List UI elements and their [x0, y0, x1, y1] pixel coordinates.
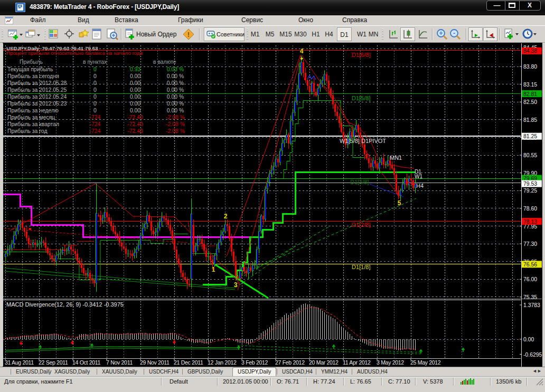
svg-text:-2.08 %: -2.08 %	[166, 128, 185, 134]
svg-text:27 Feb 2012: 27 Feb 2012	[275, 359, 305, 366]
svg-text:-724: -724	[90, 128, 101, 134]
svg-text:29 Nov 2011: 29 Nov 2011	[140, 359, 170, 366]
svg-text:D1[2/8]: D1[2/8]	[352, 222, 370, 228]
svg-text:Прибыль за сегодня: Прибыль за сегодня	[7, 73, 59, 79]
svg-text:83.15: 83.15	[523, 82, 537, 88]
svg-text:14 Oct 2011: 14 Oct 2011	[72, 359, 101, 366]
svg-text:0.00 %: 0.00 %	[167, 80, 184, 86]
svg-text:0.00: 0.00	[130, 87, 140, 93]
svg-text:Процент прибыли относительно б: Процент прибыли относительно баланса на …	[6, 50, 143, 56]
svg-text:79.53: 79.53	[523, 181, 537, 187]
svg-text:0: 0	[93, 94, 97, 100]
svg-text:25 May 2012: 25 May 2012	[410, 359, 441, 366]
svg-text:0.00: 0.00	[130, 73, 140, 79]
svg-text:80.55: 80.55	[523, 152, 537, 158]
svg-text:Прибыль за квартал: Прибыль за квартал	[7, 121, 59, 127]
svg-text:-724: -724	[90, 114, 101, 120]
svg-text:0.93: 0.93	[130, 66, 140, 72]
svg-text:82.81: 82.81	[523, 91, 537, 97]
svg-text:0.00 %: 0.00 %	[167, 101, 184, 107]
svg-text:3 May 2012: 3 May 2012	[377, 359, 404, 366]
svg-text:W1: W1	[415, 174, 422, 179]
svg-text:D1[6/8]: D1[6/8]	[352, 52, 370, 58]
svg-text:83.80: 83.80	[523, 64, 537, 70]
svg-text:20 Mar 2012: 20 Mar 2012	[309, 359, 339, 366]
svg-text:в пунктах: в пунктах	[83, 59, 107, 65]
svg-text:77.30: 77.30	[523, 241, 537, 247]
svg-text:D1[5/8]: D1[5/8]	[352, 95, 370, 101]
svg-text:2: 2	[224, 213, 228, 220]
svg-text:0: 0	[93, 101, 97, 107]
svg-text:MACD Divergence(12, 26, 9) -0.: MACD Divergence(12, 26, 9) -0.3412 -0.39…	[6, 301, 124, 308]
svg-text:Прибыль за месяц: Прибыль за месяц	[7, 114, 55, 120]
svg-text:0: 0	[93, 87, 97, 93]
svg-text:D1[3/8]: D1[3/8]	[350, 179, 369, 185]
svg-text:Текущая прибыль: Текущая прибыль	[7, 66, 53, 72]
svg-text:3 Feb 2012: 3 Feb 2012	[241, 359, 268, 366]
svg-text:-2.08 %: -2.08 %	[166, 114, 185, 120]
svg-text:0.00: 0.00	[130, 108, 140, 113]
svg-text:-72.40: -72.40	[127, 121, 143, 127]
svg-text:76.56: 76.56	[523, 262, 537, 267]
svg-text:0.00: 0.00	[130, 101, 140, 107]
svg-text:Прибыль: Прибыль	[20, 59, 43, 65]
svg-text:-0.6295: -0.6295	[523, 352, 542, 358]
svg-text:84.38: 84.38	[523, 48, 537, 54]
svg-text:-72.40: -72.40	[127, 114, 143, 120]
svg-text:1: 1	[212, 266, 215, 273]
svg-text:0: 0	[93, 66, 97, 72]
svg-text:в валюте: в валюте	[153, 59, 176, 65]
svg-text:76.00: 76.00	[523, 276, 537, 282]
svg-text:0.00 %: 0.00 %	[167, 94, 184, 100]
svg-text:12 Jan 2012: 12 Jan 2012	[208, 359, 237, 366]
svg-text:11 Apr 2012: 11 Apr 2012	[343, 359, 371, 366]
svg-text:4: 4	[300, 47, 304, 55]
svg-text:21 Dec 2011: 21 Dec 2011	[174, 359, 203, 366]
svg-text:3: 3	[234, 281, 238, 289]
svg-text:0.00: 0.00	[523, 337, 534, 342]
svg-text:Прибыль за 2012.05.23: Прибыль за 2012.05.23	[7, 101, 67, 107]
svg-text:0.00: 0.00	[130, 80, 140, 86]
svg-text:MN1: MN1	[390, 155, 402, 161]
svg-text:79.25: 79.25	[523, 188, 537, 194]
svg-text:0.00 %: 0.00 %	[167, 73, 184, 79]
svg-text:78.60: 78.60	[523, 206, 537, 212]
svg-text:31 Aug 2011: 31 Aug 2011	[5, 359, 34, 366]
svg-text:81.25: 81.25	[523, 133, 537, 139]
svg-text:W1[5/8] D1PIVOT: W1[5/8] D1PIVOT	[340, 138, 386, 144]
svg-text:0.00: 0.00	[130, 94, 140, 100]
svg-text:H4: H4	[416, 183, 424, 189]
svg-text:Прибыль за неделю: Прибыль за неделю	[7, 108, 59, 113]
svg-text:78.13: 78.13	[523, 219, 537, 225]
svg-text:D1[1/8]: D1[1/8]	[352, 264, 370, 270]
svg-text:0.00 %: 0.00 %	[167, 87, 184, 93]
svg-text:0: 0	[93, 108, 97, 113]
svg-text:75.35: 75.35	[523, 294, 537, 300]
svg-text:Прибыль за 2012.05.25: Прибыль за 2012.05.25	[7, 87, 67, 93]
svg-text:82.50: 82.50	[523, 99, 537, 105]
svg-text:-724: -724	[90, 121, 101, 127]
svg-text:-2.08 %: -2.08 %	[166, 121, 185, 127]
svg-text:-72.40: -72.40	[127, 128, 143, 134]
svg-text:Прибыль за год: Прибыль за год	[7, 128, 47, 134]
svg-text:7 Nov 2011: 7 Nov 2011	[106, 359, 133, 366]
svg-text:0: 0	[93, 73, 97, 79]
svg-text:22 Sep 2011: 22 Sep 2011	[39, 359, 68, 366]
svg-text:Прибыль за 2012.05.28: Прибыль за 2012.05.28	[7, 80, 67, 86]
svg-text:0.00 %: 0.00 %	[167, 108, 184, 113]
svg-text:5: 5	[398, 199, 401, 207]
svg-text:81.85: 81.85	[523, 117, 537, 123]
svg-text:0.03 %: 0.03 %	[167, 66, 184, 72]
svg-text:Прибыль за 2012.05.24: Прибыль за 2012.05.24	[7, 94, 67, 100]
svg-text:1.3783: 1.3783	[523, 302, 540, 308]
svg-text:0: 0	[93, 80, 97, 86]
